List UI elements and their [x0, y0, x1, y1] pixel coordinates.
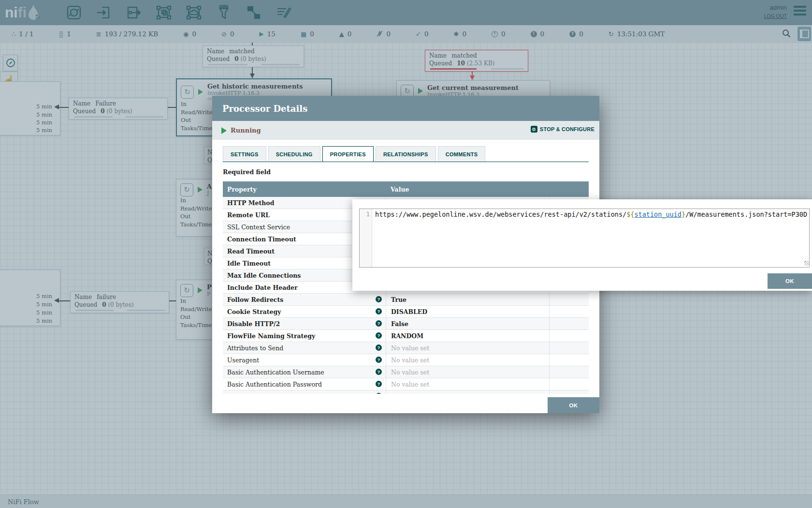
- stop-configure-icon: ⚙: [531, 126, 537, 133]
- dialog-status-strip: Running ⚙ STOP & CONFIGURE: [212, 121, 599, 140]
- property-name: Basic Authentication Username: [227, 369, 324, 376]
- property-value[interactable]: True: [386, 294, 549, 305]
- el-close-brace: }: [682, 210, 685, 218]
- property-value[interactable]: No value set: [386, 354, 549, 366]
- properties-table-header: Property Value: [223, 181, 589, 197]
- run-status-label: Running: [231, 127, 261, 134]
- line-number: 1: [366, 210, 370, 218]
- property-value[interactable]: DISABLED: [386, 306, 549, 317]
- property-name: Idle Timeout: [227, 260, 271, 267]
- property-value[interactable]: No value set: [386, 378, 549, 390]
- url-text: /W/measurements.json?start=P30D: [685, 210, 807, 218]
- property-row-attributes-to-send[interactable]: Attributes to Send? No value set: [223, 342, 589, 354]
- help-icon[interactable]: ?: [376, 344, 382, 351]
- property-row-cookie-strategy[interactable]: Cookie Strategy? DISABLED: [223, 306, 589, 318]
- running-icon: [221, 127, 227, 134]
- property-name: SSL Context Service: [227, 224, 290, 231]
- property-row-flowfile-naming-strategy[interactable]: FlowFile Naming Strategy? RANDOM: [223, 330, 589, 342]
- property-name: Read Timeout: [227, 248, 275, 255]
- property-name: Attributes to Send: [227, 344, 283, 352]
- editor-resize-handle[interactable]: [804, 261, 809, 266]
- editor-code-input[interactable]: https://www.pegelonline.wsv.de/webservic…: [372, 209, 809, 267]
- property-name: Useragent: [227, 357, 259, 364]
- el-parameter: station_uuid: [634, 210, 682, 218]
- required-field-note: Required field: [223, 168, 589, 176]
- property-row-disable-http2[interactable]: Disable HTTP/2? False: [223, 318, 589, 330]
- property-row-useragent[interactable]: Useragent? No value set: [223, 354, 589, 366]
- help-icon[interactable]: ?: [376, 332, 382, 339]
- help-icon[interactable]: ?: [376, 320, 382, 327]
- tab-comments[interactable]: COMMENTS: [438, 146, 486, 162]
- editor-line-gutter: 1: [360, 209, 372, 267]
- property-value[interactable]: No value set: [386, 342, 549, 354]
- property-name: Cookie Strategy: [227, 308, 281, 315]
- property-row-follow-redirects[interactable]: Follow Redirects? True: [223, 294, 589, 306]
- property-name: Disable HTTP/2: [227, 320, 280, 328]
- property-value[interactable]: False: [386, 318, 549, 329]
- nifi-app: nifi: [0, 0, 812, 508]
- dialog-ok-button[interactable]: OK: [548, 397, 599, 413]
- property-name: FlowFile Naming Strategy: [227, 332, 315, 340]
- tab-settings[interactable]: SETTINGS: [223, 146, 266, 162]
- help-icon: ?: [376, 393, 382, 394]
- property-name: Include Date Header: [227, 284, 298, 291]
- property-name: Max Idle Connections: [227, 272, 301, 279]
- el-open-brace: ${: [626, 210, 634, 218]
- property-name: HTTP Method: [227, 199, 274, 207]
- help-icon[interactable]: ?: [376, 357, 382, 363]
- property-row-clipped: ?: [223, 390, 589, 394]
- tab-scheduling[interactable]: SCHEDULING: [268, 146, 320, 162]
- property-value[interactable]: RANDOM: [386, 330, 549, 342]
- tab-relationships[interactable]: RELATIONSHIPS: [376, 146, 436, 162]
- url-text: https://www.pegelonline.wsv.de/webservic…: [375, 210, 626, 218]
- help-icon[interactable]: ?: [376, 369, 382, 375]
- property-name: Connection Timeout: [227, 236, 296, 243]
- dialog-tabs: SETTINGS SCHEDULING PROPERTIES RELATIONS…: [223, 146, 589, 162]
- stop-configure-label: STOP & CONFIGURE: [540, 126, 594, 132]
- help-icon[interactable]: ?: [376, 296, 382, 302]
- property-name: Follow Redirects: [227, 296, 283, 303]
- property-value[interactable]: No value set: [386, 366, 549, 378]
- editor-ok-button[interactable]: OK: [768, 273, 812, 289]
- dialog-title: Processor Details: [222, 104, 307, 114]
- property-row-basic-auth-username[interactable]: Basic Authentication Username? No value …: [223, 366, 589, 378]
- value-editor-popup: 1 https://www.pegelonline.wsv.de/webserv…: [352, 199, 812, 291]
- help-icon[interactable]: ?: [376, 308, 382, 314]
- property-name: Remote URL: [227, 211, 270, 219]
- help-icon[interactable]: ?: [376, 381, 382, 387]
- dialog-header: Processor Details: [212, 96, 599, 121]
- value-column-header: Value: [386, 186, 549, 193]
- property-row-basic-auth-password[interactable]: Basic Authentication Password? No value …: [223, 378, 589, 390]
- stop-and-configure-button[interactable]: ⚙ STOP & CONFIGURE: [531, 126, 594, 133]
- tab-properties[interactable]: PROPERTIES: [322, 146, 374, 162]
- property-column-header: Property: [223, 186, 386, 193]
- property-name: Basic Authentication Password: [227, 381, 322, 388]
- value-editor-box: 1 https://www.pegelonline.wsv.de/webserv…: [359, 209, 810, 268]
